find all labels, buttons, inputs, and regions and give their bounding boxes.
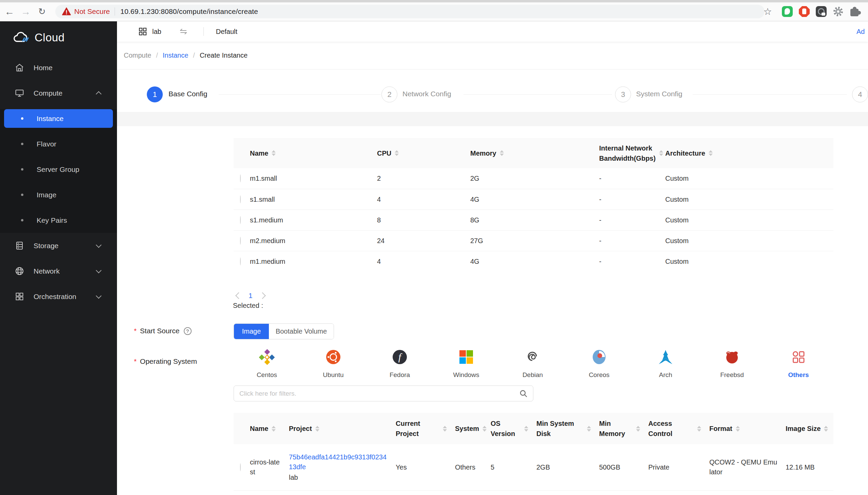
os-option-arch[interactable]: Arch [632,348,699,379]
os-option-freebsd[interactable]: Freebsd [699,348,765,379]
sort-caret-icon[interactable] [824,426,828,432]
sort-caret-icon[interactable] [272,426,276,432]
switch-project-icon[interactable] [178,28,188,36]
flavor-radio[interactable] [240,195,241,203]
sidebar-item-home[interactable]: Home [0,55,117,80]
flavor-row[interactable]: m2.medium 24 27G - Custom [234,230,833,251]
extension-icon[interactable] [816,6,827,17]
column-header-min-memory[interactable]: Min Memory [599,419,633,439]
browser-back-icon[interactable]: ← [3,5,16,18]
sort-caret-icon[interactable] [315,426,319,432]
pagination-prev-icon[interactable] [235,292,242,299]
sort-caret-icon[interactable] [482,426,487,432]
column-header-architecture[interactable]: Architecture [665,148,705,158]
sort-caret-icon[interactable] [736,426,740,432]
sort-caret-icon[interactable] [500,150,504,156]
pagination-page-1[interactable]: 1 [249,292,253,300]
image-project-link[interactable]: 75b46eadfa14421b9c9313f023413dfe [289,452,388,472]
sort-caret-icon[interactable] [524,426,528,432]
image-filter-input[interactable]: Click here for filters. [234,386,533,402]
arch-icon [657,348,675,366]
os-option-fedora[interactable]: f Fedora [367,348,433,379]
address-bar[interactable]: Not Secure 10.69.1.230:8080/compute/inst… [55,5,765,18]
sidebar-item-flavor[interactable]: Flavor [0,131,117,157]
flavor-radio[interactable] [240,237,241,245]
column-header-system[interactable]: System [455,424,479,433]
pagination-next-icon[interactable] [259,292,266,299]
sidebar-item-network[interactable]: Network [0,258,117,284]
browser-toolbar: ← → ↻ Not Secure 10.69.1.230:8080/comput… [0,0,868,21]
browser-reload-icon[interactable]: ↻ [35,5,49,18]
sort-caret-icon[interactable] [587,426,591,432]
adblock-extension-icon[interactable] [799,6,810,17]
column-header-name[interactable]: Name [250,424,268,433]
column-header-bandwidth[interactable]: Internal Network Bandwidth(Gbps) [599,143,656,164]
sidebar-item-compute[interactable]: Compute [0,80,117,106]
flavor-row[interactable]: m1.medium 4 4G - Custom [234,251,833,272]
breadcrumb-compute[interactable]: Compute [124,52,151,59]
column-header-min-system-disk[interactable]: Min System Disk [537,419,583,439]
image-radio[interactable] [240,463,241,471]
flavor-radio[interactable] [240,257,241,266]
url-text[interactable]: 10.69.1.230:8080/compute/instance/create [120,7,258,16]
flavor-table: Name CPU Memory Internal Network Bandwid… [234,138,833,272]
image-row[interactable]: cirros-latest 75b46eadfa14421b9c9313f023… [234,444,833,491]
column-header-memory[interactable]: Memory [470,148,496,158]
sort-caret-icon[interactable] [636,426,640,432]
os-option-ubuntu[interactable]: Ubuntu [300,348,367,379]
flavor-row[interactable]: s1.small 4 4G - Custom [234,189,833,209]
os-option-windows[interactable]: Windows [433,348,499,379]
sort-caret-icon[interactable] [709,150,713,156]
start-source-option-image[interactable]: Image [234,324,269,339]
flavor-row[interactable]: s1.medium 8 8G - Custom [234,209,833,230]
sidebar-item-key-pairs[interactable]: Key Pairs [0,207,117,233]
os-option-debian[interactable]: Debian [499,348,566,379]
start-source-label: Start Source [140,327,180,335]
breadcrumb-instance[interactable]: Instance [163,52,188,59]
sidebar-item-server-group[interactable]: Server Group [0,157,117,182]
current-project-label[interactable]: lab [152,28,161,36]
column-header-current-project[interactable]: Current Project [396,419,439,439]
sort-caret-icon[interactable] [272,150,276,156]
region-label[interactable]: Default [216,28,237,36]
extensions-puzzle-icon[interactable] [850,6,861,17]
flavor-architecture: Custom [661,194,833,204]
image-name: cirros-latest [246,457,285,477]
start-source-option-bootable-volume[interactable]: Bootable Volume [269,324,334,339]
sort-caret-icon[interactable] [697,426,701,432]
column-header-name[interactable]: Name [250,148,268,158]
sort-caret-icon[interactable] [395,150,399,156]
sidebar-menu: Home Compute Instance Flavor [0,55,117,309]
brand-logo[interactable]: Cloud [13,28,65,47]
browser-forward-icon[interactable]: → [19,5,33,18]
os-option-centos[interactable]: Centos [234,348,300,379]
sidebar-item-image[interactable]: Image [0,182,117,207]
flavor-cpu: 2 [373,174,466,184]
column-header-access-control[interactable]: Access Control [648,419,694,439]
flavor-radio[interactable] [240,174,241,183]
sort-caret-icon[interactable] [443,426,447,432]
column-header-format[interactable]: Format [709,424,732,433]
os-option-label: Centos [257,371,277,379]
sidebar-item-instance[interactable]: Instance [4,109,113,128]
flavor-radio[interactable] [240,216,241,224]
chevron-up-icon [96,91,102,97]
os-option-others[interactable]: Others [765,348,832,379]
bullet-icon [21,117,23,120]
os-option-coreos[interactable]: Coreos [566,348,632,379]
gear-extension-icon[interactable] [833,6,844,17]
column-header-os-version[interactable]: OS Version [491,419,521,439]
flavor-row[interactable]: m1.small 2 2G - Custom [234,168,833,189]
evernote-extension-icon[interactable] [782,6,793,17]
help-question-icon[interactable]: ? [184,327,191,335]
user-menu-label[interactable]: Ad [856,21,868,42]
bookmark-star-icon[interactable]: ☆ [761,5,775,18]
column-header-project[interactable]: Project [289,424,312,433]
sidebar-item-orchestration[interactable]: Orchestration [0,284,117,309]
search-icon[interactable] [520,390,528,398]
column-header-image-size[interactable]: Image Size [786,424,820,433]
projects-grid-icon[interactable] [139,28,147,36]
sidebar-item-storage[interactable]: Storage [0,233,117,258]
column-header-cpu[interactable]: CPU [377,148,391,158]
flavor-name: s1.medium [246,215,373,225]
